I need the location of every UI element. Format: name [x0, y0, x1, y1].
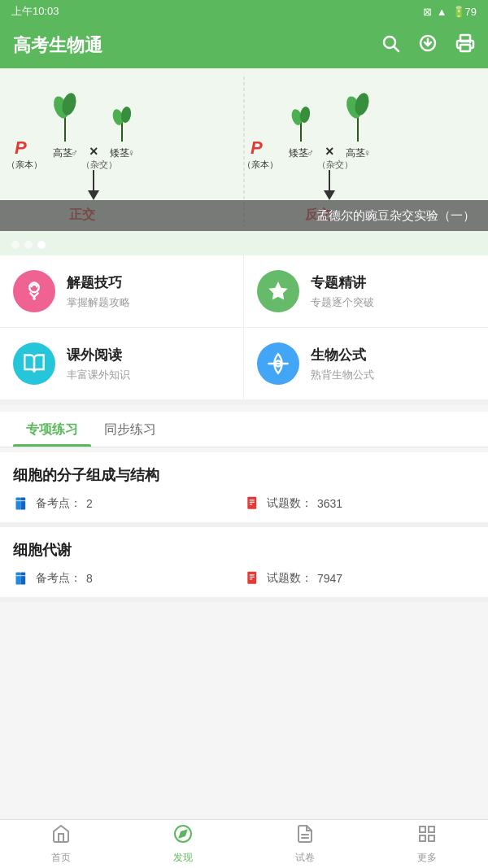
- svg-text:♀: ♀: [364, 147, 371, 159]
- extra-reading-icon: [13, 342, 55, 385]
- carousel-dot-1[interactable]: [11, 241, 20, 249]
- question-count-value-2: 7947: [317, 572, 342, 585]
- svg-point-44: [33, 298, 36, 301]
- document-icon: [295, 824, 315, 848]
- status-time: 上午10:03: [11, 4, 59, 19]
- svg-rect-70: [420, 835, 425, 841]
- study-points-stat: 备考点： 2: [13, 495, 244, 513]
- bio-formula-text: 生物公式 熟背生物公式: [311, 346, 374, 382]
- carousel-dot-2[interactable]: [24, 241, 33, 249]
- nav-discover-label: 发现: [173, 851, 193, 865]
- svg-text:（杂交）: （杂交）: [317, 159, 353, 169]
- search-icon[interactable]: [381, 33, 400, 58]
- study-points-value-2: 8: [86, 572, 93, 585]
- section-cell-metabolism-title: 细胞代谢: [13, 540, 475, 560]
- nav-discover[interactable]: 发现: [122, 820, 244, 868]
- nav-more-label: 更多: [417, 851, 437, 865]
- svg-rect-48: [16, 498, 21, 510]
- app-header: 高考生物通: [0, 23, 488, 68]
- svg-rect-60: [247, 572, 256, 584]
- special-lecture-text: 专题精讲 专题逐个突破: [311, 273, 374, 310]
- feature-special-lecture[interactable]: 专题精讲 专题逐个突破: [244, 255, 488, 328]
- svg-marker-65: [180, 830, 186, 836]
- status-icons: ⊠ ▲ 🔋79: [423, 6, 477, 18]
- problem-solving-icon: [13, 270, 55, 312]
- grid-icon: [417, 824, 437, 848]
- study-points-label: 备考点：: [36, 496, 81, 511]
- svg-text:（亲本）: （亲本）: [7, 159, 42, 169]
- problem-solving-text: 解题技巧 掌握解题攻略: [67, 273, 130, 310]
- download-icon[interactable]: [418, 33, 438, 58]
- special-lecture-title: 专题精讲: [311, 273, 374, 292]
- practice-tabs: 专项练习 同步练习: [0, 412, 488, 447]
- extra-reading-text: 课外阅读 丰富课外知识: [67, 346, 130, 382]
- app-title: 高考生物通: [13, 33, 381, 58]
- page-content: P （亲本） 高茎 ♂ × （杂交） 矮茎 ♀: [0, 68, 488, 657]
- banner-caption: 孟德尔的豌豆杂交实验（一）: [0, 200, 488, 231]
- feature-problem-solving[interactable]: 解题技巧 掌握解题攻略: [0, 255, 244, 328]
- svg-point-6: [469, 42, 471, 44]
- carousel-dots: [11, 241, 46, 249]
- status-battery: 🔋79: [452, 6, 477, 18]
- feature-bio-formula[interactable]: 生物公式 熟背生物公式: [244, 328, 488, 400]
- banner-carousel[interactable]: P （亲本） 高茎 ♂ × （杂交） 矮茎 ♀: [0, 68, 488, 255]
- bio-formula-subtitle: 熟背生物公式: [311, 368, 374, 382]
- bio-formula-icon: [257, 342, 299, 385]
- bio-formula-title: 生物公式: [311, 346, 374, 364]
- doc-icon-2: [244, 569, 262, 587]
- question-count-label-2: 试题数：: [267, 571, 312, 586]
- book-icon: [13, 495, 31, 513]
- svg-rect-5: [460, 45, 470, 51]
- section-cell-molecular-title: 细胞的分子组成与结构: [13, 465, 475, 485]
- question-count-label: 试题数：: [267, 496, 312, 511]
- svg-text:P: P: [251, 137, 263, 158]
- svg-text:矮茎: 矮茎: [289, 147, 308, 159]
- extra-reading-subtitle: 丰富课外知识: [67, 368, 130, 382]
- question-count-stat: 试题数： 3631: [244, 495, 475, 513]
- section-cell-molecular[interactable]: 细胞的分子组成与结构 备考点： 2: [0, 452, 488, 527]
- nav-more[interactable]: 更多: [366, 820, 488, 868]
- svg-text:♀: ♀: [128, 147, 135, 159]
- svg-text:P: P: [15, 137, 27, 158]
- question-count-value: 3631: [317, 497, 342, 510]
- status-bar: 上午10:03 ⊠ ▲ 🔋79: [0, 0, 488, 23]
- bottom-navigation: 首页 发现 试卷: [0, 819, 488, 868]
- status-icon-sim: ⊠: [423, 6, 432, 18]
- banner-image: P （亲本） 高茎 ♂ × （杂交） 矮茎 ♀: [0, 68, 488, 231]
- svg-rect-69: [429, 827, 434, 832]
- svg-text:×: ×: [325, 143, 334, 159]
- svg-text:♂: ♂: [71, 147, 78, 159]
- svg-marker-45: [268, 281, 287, 299]
- special-lecture-subtitle: 专题逐个突破: [311, 295, 374, 310]
- svg-rect-56: [16, 573, 21, 585]
- nav-home-label: 首页: [51, 851, 71, 865]
- study-points-label-2: 备考点：: [36, 571, 81, 586]
- svg-rect-52: [247, 497, 256, 509]
- feature-extra-reading[interactable]: 课外阅读 丰富课外知识: [0, 328, 244, 400]
- problem-solving-title: 解题技巧: [67, 273, 130, 292]
- study-points-value: 2: [86, 497, 93, 510]
- content-list: 细胞的分子组成与结构 备考点： 2: [0, 452, 488, 602]
- svg-text:（亲本）: （亲本）: [242, 159, 278, 169]
- nav-exam[interactable]: 试卷: [244, 820, 366, 868]
- carousel-dot-3[interactable]: [37, 241, 46, 249]
- print-icon[interactable]: [455, 33, 475, 58]
- special-lecture-icon: [257, 270, 299, 312]
- question-count-stat-2: 试题数： 7947: [244, 569, 475, 587]
- svg-text:♂: ♂: [307, 147, 314, 159]
- section-cell-metabolism[interactable]: 细胞代谢 备考点： 8: [0, 527, 488, 602]
- svg-rect-57: [20, 573, 25, 585]
- svg-text:矮茎: 矮茎: [110, 147, 129, 159]
- nav-home[interactable]: 首页: [0, 820, 122, 868]
- extra-reading-title: 课外阅读: [67, 346, 130, 364]
- svg-rect-68: [420, 827, 425, 832]
- svg-rect-71: [429, 835, 434, 841]
- tab-special-practice[interactable]: 专项练习: [13, 412, 91, 447]
- status-icon-wifi: ▲: [437, 6, 447, 18]
- svg-text:高茎: 高茎: [346, 147, 365, 159]
- tab-sync-practice[interactable]: 同步练习: [91, 412, 169, 447]
- header-actions: [381, 33, 475, 58]
- problem-solving-subtitle: 掌握解题攻略: [67, 295, 130, 310]
- study-points-stat-2: 备考点： 8: [13, 569, 244, 587]
- section-cell-metabolism-stats: 备考点： 8 试题数： 7947: [13, 569, 475, 587]
